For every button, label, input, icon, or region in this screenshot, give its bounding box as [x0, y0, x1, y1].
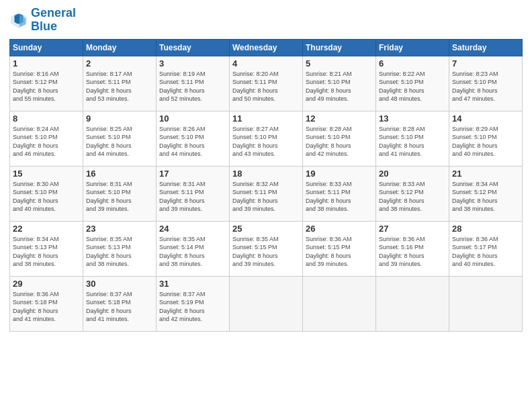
- day-info: Sunrise: 8:23 AM Sunset: 5:10 PM Dayligh…: [452, 70, 519, 103]
- day-number: 11: [232, 113, 300, 124]
- day-info: Sunrise: 8:28 AM Sunset: 5:10 PM Dayligh…: [379, 125, 446, 158]
- calendar-cell: 9Sunrise: 8:25 AM Sunset: 5:10 PM Daylig…: [83, 111, 157, 166]
- calendar-cell: 24Sunrise: 8:35 AM Sunset: 5:14 PM Dayli…: [157, 221, 230, 276]
- day-number: 28: [452, 224, 519, 234]
- calendar-cell: 15Sunrise: 8:30 AM Sunset: 5:10 PM Dayli…: [10, 166, 83, 221]
- day-info: Sunrise: 8:34 AM Sunset: 5:13 PM Dayligh…: [13, 235, 80, 269]
- calendar-cell: 1Sunrise: 8:16 AM Sunset: 5:12 PM Daylig…: [10, 56, 83, 111]
- day-info: Sunrise: 8:34 AM Sunset: 5:12 PM Dayligh…: [452, 180, 519, 214]
- calendar-cell: 7Sunrise: 8:23 AM Sunset: 5:10 PM Daylig…: [449, 56, 523, 111]
- day-number: 30: [86, 279, 153, 289]
- calendar-cell: 11Sunrise: 8:27 AM Sunset: 5:10 PM Dayli…: [230, 111, 303, 166]
- calendar-cell: 17Sunrise: 8:31 AM Sunset: 5:11 PM Dayli…: [157, 166, 230, 221]
- day-info: Sunrise: 8:31 AM Sunset: 5:11 PM Dayligh…: [159, 180, 226, 214]
- day-number: 8: [13, 113, 80, 124]
- calendar-cell: 6Sunrise: 8:22 AM Sunset: 5:10 PM Daylig…: [376, 56, 449, 111]
- calendar-row: 1Sunrise: 8:16 AM Sunset: 5:12 PM Daylig…: [10, 56, 523, 111]
- calendar-table: Sunday Monday Tuesday Wednesday Thursday…: [9, 39, 523, 332]
- col-friday: Friday: [376, 39, 449, 56]
- header-row: Sunday Monday Tuesday Wednesday Thursday…: [10, 39, 523, 56]
- calendar-row: 29Sunrise: 8:36 AM Sunset: 5:18 PM Dayli…: [10, 276, 523, 331]
- day-number: 25: [232, 224, 300, 234]
- calendar-row: 15Sunrise: 8:30 AM Sunset: 5:10 PM Dayli…: [10, 166, 523, 221]
- calendar-cell: 29Sunrise: 8:36 AM Sunset: 5:18 PM Dayli…: [10, 276, 83, 331]
- day-number: 4: [232, 58, 300, 68]
- day-number: 27: [379, 224, 446, 234]
- main-container: General Blue Sunday Monday Tuesday Wedne…: [0, 0, 532, 337]
- day-info: Sunrise: 8:37 AM Sunset: 5:18 PM Dayligh…: [86, 290, 153, 324]
- col-thursday: Thursday: [303, 39, 376, 56]
- day-number: 7: [452, 58, 519, 68]
- calendar-cell: 3Sunrise: 8:19 AM Sunset: 5:11 PM Daylig…: [157, 56, 230, 111]
- day-number: 26: [306, 224, 373, 234]
- day-number: 18: [232, 169, 300, 179]
- day-info: Sunrise: 8:29 AM Sunset: 5:10 PM Dayligh…: [452, 125, 519, 158]
- calendar-cell: 20Sunrise: 8:33 AM Sunset: 5:12 PM Dayli…: [376, 166, 449, 221]
- day-info: Sunrise: 8:19 AM Sunset: 5:11 PM Dayligh…: [159, 70, 226, 103]
- day-info: Sunrise: 8:31 AM Sunset: 5:10 PM Dayligh…: [86, 180, 153, 214]
- calendar-cell: 19Sunrise: 8:33 AM Sunset: 5:11 PM Dayli…: [303, 166, 376, 221]
- day-number: 16: [86, 169, 153, 179]
- col-tuesday: Tuesday: [157, 39, 230, 56]
- logo-text: General Blue: [31, 7, 76, 34]
- day-info: Sunrise: 8:32 AM Sunset: 5:11 PM Dayligh…: [232, 180, 300, 214]
- calendar-cell: 23Sunrise: 8:35 AM Sunset: 5:13 PM Dayli…: [83, 221, 157, 276]
- day-number: 21: [452, 169, 519, 179]
- day-info: Sunrise: 8:26 AM Sunset: 5:10 PM Dayligh…: [159, 125, 226, 158]
- day-info: Sunrise: 8:37 AM Sunset: 5:19 PM Dayligh…: [159, 290, 226, 324]
- day-info: Sunrise: 8:17 AM Sunset: 5:11 PM Dayligh…: [86, 70, 153, 103]
- day-info: Sunrise: 8:33 AM Sunset: 5:12 PM Dayligh…: [379, 180, 446, 214]
- day-info: Sunrise: 8:35 AM Sunset: 5:15 PM Dayligh…: [232, 235, 300, 269]
- calendar-cell: 22Sunrise: 8:34 AM Sunset: 5:13 PM Dayli…: [10, 221, 83, 276]
- calendar-cell: 4Sunrise: 8:20 AM Sunset: 5:11 PM Daylig…: [230, 56, 303, 111]
- day-number: 3: [159, 58, 226, 68]
- day-number: 19: [306, 169, 373, 179]
- day-info: Sunrise: 8:25 AM Sunset: 5:10 PM Dayligh…: [86, 125, 153, 158]
- calendar-row: 8Sunrise: 8:24 AM Sunset: 5:10 PM Daylig…: [10, 111, 523, 166]
- calendar-cell: 27Sunrise: 8:36 AM Sunset: 5:16 PM Dayli…: [376, 221, 449, 276]
- day-info: Sunrise: 8:27 AM Sunset: 5:10 PM Dayligh…: [232, 125, 300, 158]
- calendar-cell: [230, 276, 303, 331]
- calendar-cell: 31Sunrise: 8:37 AM Sunset: 5:19 PM Dayli…: [157, 276, 230, 331]
- col-saturday: Saturday: [449, 39, 523, 56]
- day-number: 6: [379, 58, 446, 68]
- day-info: Sunrise: 8:35 AM Sunset: 5:14 PM Dayligh…: [159, 235, 226, 269]
- logo-icon: [9, 11, 28, 30]
- day-info: Sunrise: 8:36 AM Sunset: 5:18 PM Dayligh…: [13, 290, 80, 324]
- day-info: Sunrise: 8:33 AM Sunset: 5:11 PM Dayligh…: [306, 180, 373, 214]
- day-number: 12: [306, 113, 373, 124]
- day-number: 10: [159, 113, 226, 124]
- header: General Blue: [9, 7, 523, 34]
- calendar-cell: 18Sunrise: 8:32 AM Sunset: 5:11 PM Dayli…: [230, 166, 303, 221]
- day-number: 14: [452, 113, 519, 124]
- calendar-cell: 12Sunrise: 8:28 AM Sunset: 5:10 PM Dayli…: [303, 111, 376, 166]
- day-number: 24: [159, 224, 226, 234]
- calendar-cell: 8Sunrise: 8:24 AM Sunset: 5:10 PM Daylig…: [10, 111, 83, 166]
- calendar-cell: 25Sunrise: 8:35 AM Sunset: 5:15 PM Dayli…: [230, 221, 303, 276]
- day-number: 20: [379, 169, 446, 179]
- calendar-cell: [376, 276, 449, 331]
- calendar-cell: 26Sunrise: 8:36 AM Sunset: 5:15 PM Dayli…: [303, 221, 376, 276]
- day-number: 13: [379, 113, 446, 124]
- logo: General Blue: [9, 7, 76, 34]
- day-info: Sunrise: 8:36 AM Sunset: 5:16 PM Dayligh…: [379, 235, 446, 269]
- calendar-cell: 13Sunrise: 8:28 AM Sunset: 5:10 PM Dayli…: [376, 111, 449, 166]
- calendar-body: 1Sunrise: 8:16 AM Sunset: 5:12 PM Daylig…: [10, 56, 523, 331]
- day-number: 23: [86, 224, 153, 234]
- day-number: 1: [13, 58, 80, 68]
- calendar-cell: 2Sunrise: 8:17 AM Sunset: 5:11 PM Daylig…: [83, 56, 157, 111]
- col-sunday: Sunday: [10, 39, 83, 56]
- day-info: Sunrise: 8:20 AM Sunset: 5:11 PM Dayligh…: [232, 70, 300, 103]
- col-monday: Monday: [83, 39, 157, 56]
- calendar-cell: 5Sunrise: 8:21 AM Sunset: 5:10 PM Daylig…: [303, 56, 376, 111]
- day-info: Sunrise: 8:36 AM Sunset: 5:15 PM Dayligh…: [306, 235, 373, 269]
- calendar-cell: 10Sunrise: 8:26 AM Sunset: 5:10 PM Dayli…: [157, 111, 230, 166]
- day-info: Sunrise: 8:22 AM Sunset: 5:10 PM Dayligh…: [379, 70, 446, 103]
- day-info: Sunrise: 8:28 AM Sunset: 5:10 PM Dayligh…: [306, 125, 373, 158]
- day-number: 31: [159, 279, 226, 289]
- day-info: Sunrise: 8:35 AM Sunset: 5:13 PM Dayligh…: [86, 235, 153, 269]
- day-number: 15: [13, 169, 80, 179]
- calendar-cell: [303, 276, 376, 331]
- calendar-cell: 16Sunrise: 8:31 AM Sunset: 5:10 PM Dayli…: [83, 166, 157, 221]
- day-number: 29: [13, 279, 80, 289]
